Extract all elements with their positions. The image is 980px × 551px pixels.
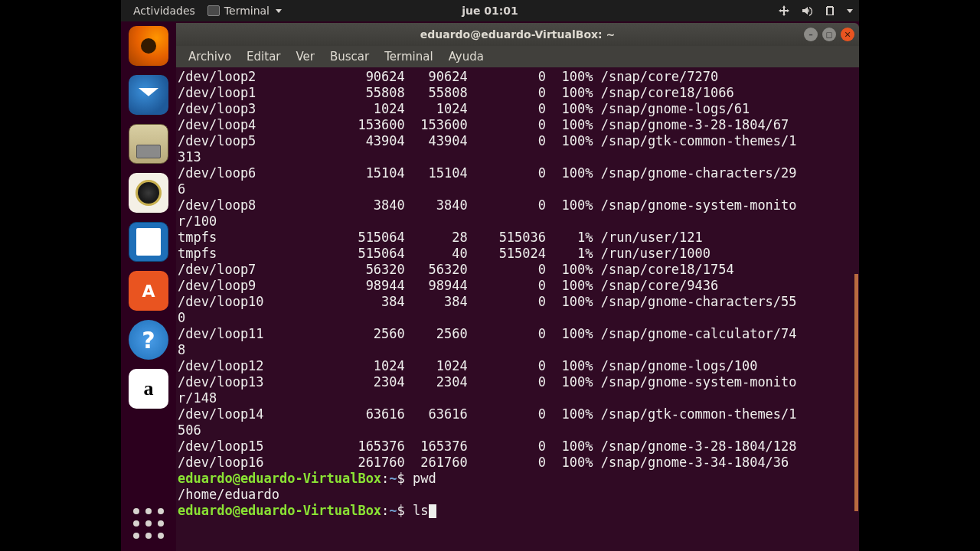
chevron-down-icon	[276, 9, 282, 13]
help-icon[interactable]: ?	[129, 320, 168, 360]
menu-bar: Archivo Editar Ver Buscar Terminal Ayuda	[176, 46, 859, 67]
network-icon	[778, 5, 790, 17]
menu-ayuda[interactable]: Ayuda	[441, 47, 492, 67]
clock[interactable]: jue 01:01	[462, 5, 518, 17]
chevron-down-icon	[847, 9, 853, 13]
show-applications-button[interactable]	[133, 508, 164, 539]
top-bar: Actividades Terminal jue 01:01	[121, 0, 859, 21]
app-menu-label: Terminal	[224, 5, 270, 17]
system-tray[interactable]	[778, 5, 853, 17]
activities-button[interactable]: Actividades	[133, 5, 195, 17]
ubuntu-software-icon[interactable]	[129, 271, 168, 311]
menu-archivo[interactable]: Archivo	[181, 47, 239, 67]
window-title: eduardo@eduardo-VirtualBox: ~	[420, 28, 615, 41]
window-controls: – ◻ ✕	[804, 28, 854, 41]
close-button[interactable]: ✕	[841, 28, 854, 41]
menu-buscar[interactable]: Buscar	[322, 47, 377, 67]
terminal-icon	[207, 5, 220, 16]
menu-terminal[interactable]: Terminal	[377, 47, 440, 67]
firefox-icon[interactable]	[129, 26, 168, 66]
terminal-output[interactable]: /dev/loop2 90624 90624 0 100% /snap/core…	[176, 67, 859, 551]
thunderbird-icon[interactable]	[129, 75, 168, 115]
libreoffice-writer-icon[interactable]	[129, 222, 168, 262]
dock: ? a	[121, 21, 176, 551]
battery-icon	[824, 5, 836, 17]
app-menu[interactable]: Terminal	[207, 5, 282, 17]
amazon-icon[interactable]: a	[129, 369, 168, 409]
title-bar[interactable]: eduardo@eduardo-VirtualBox: ~ – ◻ ✕	[176, 23, 859, 46]
volume-icon	[801, 5, 813, 17]
menu-editar[interactable]: Editar	[239, 47, 288, 67]
files-icon[interactable]	[129, 124, 168, 164]
rhythmbox-icon[interactable]	[129, 173, 168, 213]
desktop: Actividades Terminal jue 01:01 ? a eduar…	[121, 0, 859, 551]
terminal-window: eduardo@eduardo-VirtualBox: ~ – ◻ ✕ Arch…	[176, 23, 859, 551]
menu-ver[interactable]: Ver	[289, 47, 323, 67]
minimize-button[interactable]: –	[804, 28, 818, 41]
maximize-button[interactable]: ◻	[822, 28, 836, 41]
